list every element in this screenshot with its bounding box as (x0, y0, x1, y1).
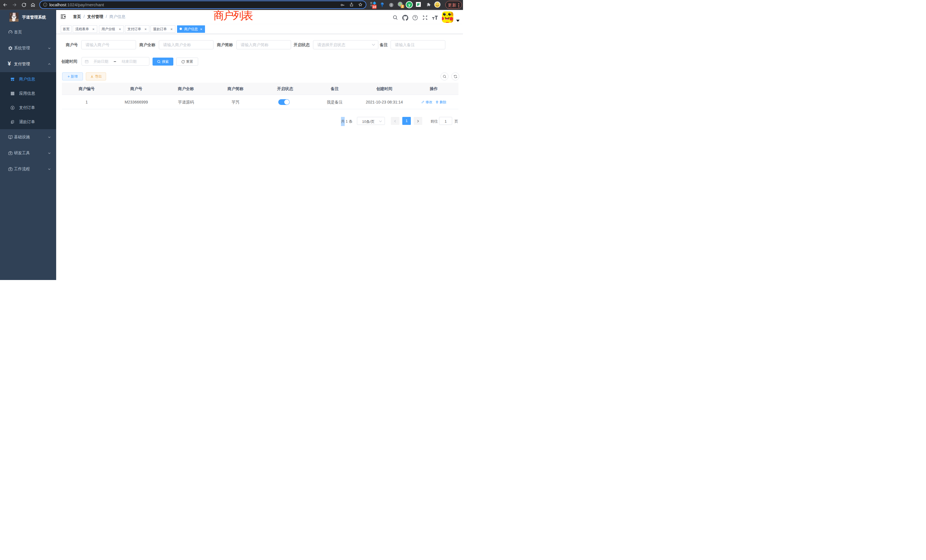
svg-text:y: y (408, 3, 410, 7)
svg-text:10: 10 (373, 5, 376, 9)
svg-text:1: 1 (402, 5, 403, 8)
